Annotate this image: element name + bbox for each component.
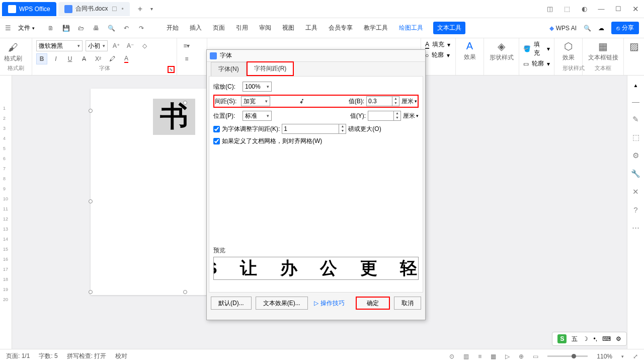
- print-icon[interactable]: 🖶: [92, 24, 100, 32]
- resize-handle[interactable]: [89, 199, 93, 203]
- save-icon[interactable]: 💾: [62, 24, 70, 32]
- italic-button[interactable]: I: [50, 53, 61, 64]
- open-icon[interactable]: 🗁: [77, 24, 85, 32]
- ime-bar[interactable]: S 五 ☽ •, ⌨ ⚙: [552, 332, 627, 346]
- file-menu[interactable]: 文件 ▾: [18, 24, 35, 32]
- spin-up-icon[interactable]: ▲: [392, 97, 399, 101]
- window-cube-icon[interactable]: ⬚: [558, 1, 576, 18]
- value-b-spinner[interactable]: ▲▼: [366, 96, 399, 106]
- tab-start[interactable]: 开始: [166, 22, 180, 34]
- text-effect-button[interactable]: A 效果: [460, 40, 479, 61]
- text-effect-button[interactable]: 文本效果(E)...: [256, 297, 308, 310]
- ime-settings-icon[interactable]: ⚙: [616, 335, 621, 342]
- window-box-icon[interactable]: ◫: [541, 1, 558, 18]
- textbox-link-button[interactable]: ▦ 文本框链接: [587, 40, 619, 62]
- value-y-spinner[interactable]: ▲▼: [368, 111, 401, 121]
- page-count[interactable]: 页面: 1/1: [6, 352, 30, 360]
- default-button[interactable]: 默认(D)...: [211, 297, 252, 310]
- resize-handle[interactable]: [89, 109, 93, 113]
- zoom-value[interactable]: 110%: [597, 353, 612, 360]
- tab-view[interactable]: 视图: [281, 22, 295, 34]
- spellcheck-status[interactable]: 拼写检查: 打开: [67, 352, 107, 360]
- unit-y-dropdown[interactable]: 厘米 ▾: [403, 112, 419, 120]
- zoom-caret-icon[interactable]: ▾: [621, 354, 624, 359]
- tab-dot-icon[interactable]: •: [121, 6, 123, 13]
- zoom-slider[interactable]: [547, 355, 588, 357]
- position-combo[interactable]: 标准 ▾: [243, 111, 272, 121]
- value-y-input[interactable]: [368, 111, 393, 120]
- shape-style-button[interactable]: ◈ 形状样式: [488, 40, 515, 62]
- tab-insert[interactable]: 插入: [189, 22, 203, 34]
- kern-spinner[interactable]: ▲▼: [282, 124, 346, 134]
- tab-wps-home[interactable]: WPS Office: [2, 2, 56, 16]
- bold-button[interactable]: B: [36, 53, 47, 64]
- cancel-button[interactable]: 取消: [394, 297, 421, 310]
- fit-icon[interactable]: ▭: [533, 353, 538, 360]
- font-name-combo[interactable]: 微软雅黑 ▾: [36, 40, 83, 51]
- shape-fill-button[interactable]: 🪣填充▾: [523, 40, 550, 57]
- resize-handle[interactable]: [183, 101, 187, 105]
- word-count[interactable]: 字数: 5: [39, 352, 57, 360]
- expand-icon[interactable]: ⤢: [633, 353, 638, 360]
- textbox-break-button[interactable]: ▨: [628, 40, 640, 52]
- select-icon[interactable]: ⬚: [632, 133, 639, 142]
- maximize-button[interactable]: ☐: [610, 1, 627, 18]
- more-icon[interactable]: ⋯: [632, 223, 639, 232]
- superscript-button[interactable]: X²: [93, 53, 104, 64]
- minus-icon[interactable]: —: [632, 97, 639, 106]
- align-left-button[interactable]: ≡: [181, 53, 192, 64]
- text-fill-button[interactable]: A填充▾: [425, 40, 450, 49]
- new-tab-button[interactable]: +: [138, 5, 142, 14]
- font-dialog-launcher[interactable]: ⬊: [168, 66, 175, 73]
- highlight-button[interactable]: 🖍: [107, 53, 118, 64]
- zoom-knob[interactable]: [572, 354, 576, 358]
- bullet-list-button[interactable]: ≡▾: [181, 40, 192, 51]
- font-size-combo[interactable]: 小初 ▾: [86, 40, 108, 51]
- scroll-up-icon[interactable]: ▲: [633, 83, 638, 88]
- print-preview-icon[interactable]: 🔍: [107, 24, 115, 32]
- wps-ai-button[interactable]: ◆ WPS AI: [549, 25, 577, 32]
- share-button[interactable]: ⎋ 分享: [611, 22, 639, 34]
- ok-button[interactable]: 确定: [356, 297, 390, 310]
- kern-input[interactable]: [282, 124, 339, 133]
- globe-icon[interactable]: ⊕: [519, 353, 524, 360]
- spacing-combo[interactable]: 加宽 ▾: [241, 96, 270, 106]
- tab-text-tools[interactable]: 文本工具: [433, 22, 465, 34]
- text-outline-button[interactable]: ○轮廓▾: [425, 51, 450, 59]
- unit-b-dropdown[interactable]: 厘米 ▾: [401, 97, 417, 106]
- spin-up-icon[interactable]: ▲: [394, 111, 400, 116]
- tab-page[interactable]: 页面: [212, 22, 226, 34]
- tips-link[interactable]: ▷ 操作技巧: [314, 299, 345, 308]
- strikethrough-button[interactable]: A̶: [78, 53, 90, 64]
- tab-ref[interactable]: 引用: [235, 22, 249, 34]
- tab-review[interactable]: 审阅: [258, 22, 272, 34]
- ime-punct-icon[interactable]: •,: [593, 335, 597, 342]
- spin-down-icon[interactable]: ▼: [394, 116, 400, 120]
- minimize-button[interactable]: —: [593, 1, 610, 18]
- tab-tools[interactable]: 工具: [304, 22, 318, 34]
- view-outline-icon[interactable]: ≡: [478, 353, 481, 360]
- play-icon[interactable]: ▷: [505, 353, 510, 360]
- close-button[interactable]: ✕: [627, 1, 644, 18]
- resize-handle[interactable]: [89, 290, 93, 294]
- clear-format-button[interactable]: ◇: [139, 40, 150, 51]
- ime-moon-icon[interactable]: ☽: [583, 335, 588, 342]
- view-web-icon[interactable]: ▦: [491, 353, 496, 360]
- new-doc-icon[interactable]: 🗎: [47, 24, 55, 32]
- grid-checkbox[interactable]: [213, 138, 220, 144]
- font-shrink-button[interactable]: A⁻: [125, 40, 136, 51]
- dialog-titlebar[interactable]: 字体: [207, 50, 425, 62]
- tab-draw-tools[interactable]: 绘图工具: [398, 22, 424, 34]
- view-page-icon[interactable]: ▥: [463, 353, 469, 360]
- pencil-icon[interactable]: ✎: [632, 115, 639, 124]
- cloud-icon[interactable]: ☁: [598, 25, 604, 32]
- underline-button[interactable]: U: [64, 53, 75, 64]
- tab-teach[interactable]: 教学工具: [363, 22, 389, 34]
- resize-handle[interactable]: [183, 290, 187, 294]
- proof-status[interactable]: 校对: [115, 352, 127, 360]
- settings-icon[interactable]: ⚙: [632, 151, 639, 160]
- spin-down-icon[interactable]: ▼: [392, 101, 399, 106]
- selected-text-box[interactable]: 书: [153, 99, 195, 135]
- ruler-icon[interactable]: ✕: [632, 187, 639, 196]
- font-color-button[interactable]: A: [121, 53, 132, 64]
